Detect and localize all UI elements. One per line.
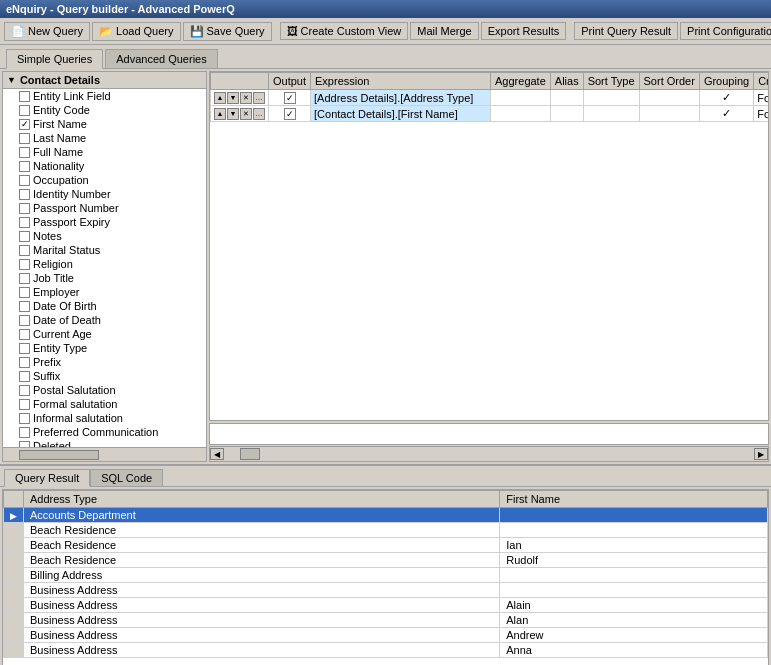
field-checkbox[interactable] xyxy=(19,301,30,312)
list-item[interactable]: Accounts Department xyxy=(4,508,768,523)
field-item[interactable]: Job Title xyxy=(3,271,206,285)
output-cell[interactable] xyxy=(269,106,311,122)
load-query-button[interactable]: 📂 Load Query xyxy=(92,22,180,41)
list-item[interactable]: Business AddressAnna xyxy=(4,643,768,658)
field-item[interactable]: Occupation xyxy=(3,173,206,187)
sort-type-cell[interactable] xyxy=(583,90,639,106)
row-props-btn[interactable]: … xyxy=(253,92,265,104)
field-item[interactable]: Entity Link Field xyxy=(3,89,206,103)
grouping-cell[interactable]: ✓ xyxy=(699,106,753,122)
field-item[interactable]: Employer xyxy=(3,285,206,299)
output-checkbox[interactable] xyxy=(284,108,296,120)
field-item[interactable]: Date Of Birth xyxy=(3,299,206,313)
field-checkbox[interactable] xyxy=(19,133,30,144)
output-checkbox[interactable] xyxy=(284,92,296,104)
field-checkbox[interactable] xyxy=(19,217,30,228)
sort-order-cell[interactable] xyxy=(639,90,699,106)
field-checkbox[interactable] xyxy=(19,203,30,214)
hscroll-thumb[interactable] xyxy=(240,448,260,460)
field-item[interactable]: Identity Number xyxy=(3,187,206,201)
expression-cell[interactable]: [Address Details].[Address Type] xyxy=(311,90,491,106)
new-query-button[interactable]: 📄 New Query xyxy=(4,22,90,41)
sort-type-cell[interactable] xyxy=(583,106,639,122)
field-checkbox[interactable] xyxy=(19,357,30,368)
field-checkbox[interactable] xyxy=(19,385,30,396)
tab-sql-code[interactable]: SQL Code xyxy=(90,469,163,486)
field-item[interactable]: Notes xyxy=(3,229,206,243)
field-checkbox[interactable] xyxy=(19,329,30,340)
row-delete-btn[interactable]: ✕ xyxy=(240,92,252,104)
hscroll-bar[interactable]: ◀ ▶ xyxy=(209,446,769,462)
expression-cell[interactable]: [Contact Details].[First Name] xyxy=(311,106,491,122)
grouping-cell[interactable]: ✓ xyxy=(699,90,753,106)
field-item[interactable]: Deleted xyxy=(3,439,206,447)
field-checkbox[interactable] xyxy=(19,371,30,382)
list-item[interactable]: Beach ResidenceRudolf xyxy=(4,553,768,568)
list-item[interactable]: Billing Address xyxy=(4,568,768,583)
result-container[interactable]: Address Type First Name Accounts Departm… xyxy=(2,489,769,665)
field-item[interactable]: Informal salutation xyxy=(3,411,206,425)
field-checkbox[interactable] xyxy=(19,273,30,284)
alias-cell[interactable] xyxy=(550,90,583,106)
tab-simple-queries[interactable]: Simple Queries xyxy=(6,49,103,69)
field-item[interactable]: Date of Death xyxy=(3,313,206,327)
field-list[interactable]: Entity Link FieldEntity CodeFirst NameLa… xyxy=(3,89,206,447)
output-cell[interactable] xyxy=(269,90,311,106)
list-item[interactable]: Business AddressAlan xyxy=(4,613,768,628)
field-checkbox[interactable] xyxy=(19,231,30,242)
field-checkbox[interactable] xyxy=(19,91,30,102)
field-item[interactable]: Entity Type xyxy=(3,341,206,355)
list-item[interactable]: Business Address xyxy=(4,583,768,598)
export-results-button[interactable]: Export Results xyxy=(481,22,567,40)
list-item[interactable]: Business AddressAlain xyxy=(4,598,768,613)
aggregate-cell[interactable] xyxy=(491,106,551,122)
row-delete-btn[interactable]: ✕ xyxy=(240,108,252,120)
field-item[interactable]: Postal Salutation xyxy=(3,383,206,397)
field-item[interactable]: Marital Status xyxy=(3,243,206,257)
tab-advanced-queries[interactable]: Advanced Queries xyxy=(105,49,218,68)
field-checkbox[interactable] xyxy=(19,105,30,116)
save-query-button[interactable]: 💾 Save Query xyxy=(183,22,272,41)
field-checkbox[interactable] xyxy=(19,119,30,130)
row-up-btn[interactable]: ▲ xyxy=(214,92,226,104)
field-item[interactable]: Current Age xyxy=(3,327,206,341)
field-checkbox[interactable] xyxy=(19,427,30,438)
query-grid[interactable]: Output Expression Aggregate Alias Sort T… xyxy=(209,71,769,421)
aggregate-cell[interactable] xyxy=(491,90,551,106)
field-item[interactable]: Last Name xyxy=(3,131,206,145)
field-checkbox[interactable] xyxy=(19,161,30,172)
create-custom-view-button[interactable]: 🖼 Create Custom View xyxy=(280,22,409,40)
field-checkbox[interactable] xyxy=(19,147,30,158)
field-item[interactable]: Full Name xyxy=(3,145,206,159)
criteria-for-cell[interactable]: For groups xyxy=(754,106,769,122)
list-item[interactable]: Beach Residence xyxy=(4,523,768,538)
field-item[interactable]: Preferred Communication xyxy=(3,425,206,439)
criteria-for-cell[interactable]: For groups xyxy=(754,90,769,106)
field-checkbox[interactable] xyxy=(19,413,30,424)
formula-bar[interactable] xyxy=(209,423,769,445)
field-item[interactable]: Religion xyxy=(3,257,206,271)
field-checkbox[interactable] xyxy=(19,175,30,186)
field-item[interactable]: Prefix xyxy=(3,355,206,369)
field-checkbox[interactable] xyxy=(19,343,30,354)
list-item[interactable]: Business AddressAndrew xyxy=(4,628,768,643)
row-up-btn[interactable]: ▲ xyxy=(214,108,226,120)
table-row[interactable]: ▲ ▼ ✕ … [Contact Details].[First Name]✓F… xyxy=(211,106,770,122)
mail-merge-button[interactable]: Mail Merge xyxy=(410,22,478,40)
collapse-icon[interactable]: ▼ xyxy=(7,75,16,85)
print-query-result-button[interactable]: Print Query Result xyxy=(574,22,678,40)
field-checkbox[interactable] xyxy=(19,315,30,326)
field-item[interactable]: First Name xyxy=(3,117,206,131)
field-checkbox[interactable] xyxy=(19,245,30,256)
field-item[interactable]: Formal salutation xyxy=(3,397,206,411)
field-checkbox[interactable] xyxy=(19,287,30,298)
print-configuration-button[interactable]: Print Configuration xyxy=(680,22,771,40)
field-item[interactable]: Nationality xyxy=(3,159,206,173)
field-item[interactable]: Entity Code xyxy=(3,103,206,117)
row-props-btn[interactable]: … xyxy=(253,108,265,120)
list-item[interactable]: Beach ResidenceIan xyxy=(4,538,768,553)
field-item[interactable]: Suffix xyxy=(3,369,206,383)
field-checkbox[interactable] xyxy=(19,259,30,270)
table-row[interactable]: ▲ ▼ ✕ … [Address Details].[Address Type]… xyxy=(211,90,770,106)
field-checkbox[interactable] xyxy=(19,189,30,200)
